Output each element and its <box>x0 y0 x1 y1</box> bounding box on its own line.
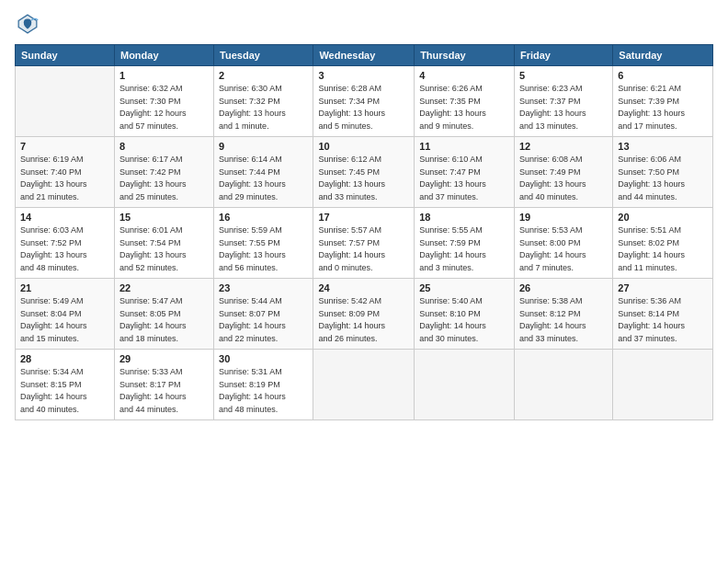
day-info: Sunrise: 5:47 AM Sunset: 8:05 PM Dayligh… <box>119 295 209 345</box>
day-info: Sunrise: 6:26 AM Sunset: 7:35 PM Dayligh… <box>419 83 509 132</box>
day-number: 17 <box>318 212 409 223</box>
day-number: 27 <box>618 282 708 293</box>
day-info: Sunrise: 6:19 AM Sunset: 7:40 PM Dayligh… <box>20 154 109 203</box>
calendar-week-5: 28Sunrise: 5:34 AM Sunset: 8:15 PM Dayli… <box>16 350 713 420</box>
calendar-cell: 25Sunrise: 5:40 AM Sunset: 8:10 PM Dayli… <box>415 279 515 350</box>
calendar-cell: 28Sunrise: 5:34 AM Sunset: 8:15 PM Dayli… <box>16 350 115 420</box>
day-number: 7 <box>20 141 109 152</box>
day-number: 10 <box>318 141 409 152</box>
calendar-cell: 4Sunrise: 6:26 AM Sunset: 7:35 PM Daylig… <box>415 66 515 137</box>
day-number: 12 <box>519 141 608 152</box>
day-info: Sunrise: 6:28 AM Sunset: 7:34 PM Dayligh… <box>318 83 409 132</box>
day-number: 11 <box>419 141 509 152</box>
day-info: Sunrise: 5:31 AM Sunset: 8:19 PM Dayligh… <box>219 366 308 416</box>
day-info: Sunrise: 6:03 AM Sunset: 7:52 PM Dayligh… <box>20 224 109 274</box>
day-info: Sunrise: 6:17 AM Sunset: 7:42 PM Dayligh… <box>119 154 209 203</box>
day-number: 23 <box>219 282 308 293</box>
day-info: Sunrise: 5:55 AM Sunset: 7:59 PM Dayligh… <box>419 224 509 274</box>
calendar-cell: 15Sunrise: 6:01 AM Sunset: 7:54 PM Dayli… <box>114 208 213 279</box>
day-number: 19 <box>519 212 608 223</box>
calendar-cell: 8Sunrise: 6:17 AM Sunset: 7:42 PM Daylig… <box>114 137 213 208</box>
day-number: 15 <box>119 212 209 223</box>
day-number: 13 <box>618 141 708 152</box>
day-info: Sunrise: 6:30 AM Sunset: 7:32 PM Dayligh… <box>219 83 308 132</box>
day-info: Sunrise: 5:36 AM Sunset: 8:14 PM Dayligh… <box>618 295 708 345</box>
day-info: Sunrise: 5:34 AM Sunset: 8:15 PM Dayligh… <box>20 366 109 416</box>
calendar-cell: 12Sunrise: 6:08 AM Sunset: 7:49 PM Dayli… <box>514 137 612 208</box>
calendar-week-1: 1Sunrise: 6:32 AM Sunset: 7:30 PM Daylig… <box>16 66 713 137</box>
day-info: Sunrise: 6:21 AM Sunset: 7:39 PM Dayligh… <box>618 83 708 132</box>
calendar-cell: 13Sunrise: 6:06 AM Sunset: 7:50 PM Dayli… <box>613 137 713 208</box>
day-number: 6 <box>618 70 708 81</box>
day-info: Sunrise: 6:32 AM Sunset: 7:30 PM Dayligh… <box>119 83 209 132</box>
day-number: 25 <box>419 282 509 293</box>
calendar-cell: 17Sunrise: 5:57 AM Sunset: 7:57 PM Dayli… <box>313 208 415 279</box>
day-info: Sunrise: 6:06 AM Sunset: 7:50 PM Dayligh… <box>618 154 708 203</box>
day-number: 3 <box>318 70 409 81</box>
day-number: 5 <box>519 70 608 81</box>
day-info: Sunrise: 6:08 AM Sunset: 7:49 PM Dayligh… <box>519 154 608 203</box>
day-info: Sunrise: 6:10 AM Sunset: 7:47 PM Dayligh… <box>419 154 509 203</box>
day-number: 28 <box>20 353 109 364</box>
day-header-monday: Monday <box>114 45 213 66</box>
calendar-cell: 24Sunrise: 5:42 AM Sunset: 8:09 PM Dayli… <box>313 279 415 350</box>
calendar-cell: 5Sunrise: 6:23 AM Sunset: 7:37 PM Daylig… <box>514 66 612 137</box>
calendar-cell <box>415 350 515 420</box>
calendar-cell: 21Sunrise: 5:49 AM Sunset: 8:04 PM Dayli… <box>16 279 115 350</box>
day-info: Sunrise: 5:53 AM Sunset: 8:00 PM Dayligh… <box>519 224 608 274</box>
calendar-cell: 11Sunrise: 6:10 AM Sunset: 7:47 PM Dayli… <box>415 137 515 208</box>
calendar-cell: 19Sunrise: 5:53 AM Sunset: 8:00 PM Dayli… <box>514 208 612 279</box>
calendar-cell <box>613 350 713 420</box>
day-number: 14 <box>20 212 109 223</box>
day-info: Sunrise: 5:49 AM Sunset: 8:04 PM Dayligh… <box>20 295 109 345</box>
calendar-cell <box>16 66 115 137</box>
day-header-thursday: Thursday <box>415 45 515 66</box>
calendar-week-2: 7Sunrise: 6:19 AM Sunset: 7:40 PM Daylig… <box>16 137 713 208</box>
day-info: Sunrise: 6:12 AM Sunset: 7:45 PM Dayligh… <box>318 154 409 203</box>
calendar-cell: 23Sunrise: 5:44 AM Sunset: 8:07 PM Dayli… <box>214 279 313 350</box>
day-info: Sunrise: 6:23 AM Sunset: 7:37 PM Dayligh… <box>519 83 608 132</box>
day-number: 8 <box>119 141 209 152</box>
day-info: Sunrise: 5:38 AM Sunset: 8:12 PM Dayligh… <box>519 295 608 345</box>
calendar-week-4: 21Sunrise: 5:49 AM Sunset: 8:04 PM Dayli… <box>16 279 713 350</box>
page-container: SundayMondayTuesdayWednesdayThursdayFrid… <box>0 0 728 431</box>
day-info: Sunrise: 5:42 AM Sunset: 8:09 PM Dayligh… <box>318 295 409 345</box>
day-number: 2 <box>219 70 308 81</box>
day-number: 4 <box>419 70 509 81</box>
day-header-friday: Friday <box>514 45 612 66</box>
header <box>15 11 713 37</box>
calendar-cell <box>313 350 415 420</box>
day-info: Sunrise: 5:40 AM Sunset: 8:10 PM Dayligh… <box>419 295 509 345</box>
day-number: 24 <box>318 282 409 293</box>
day-info: Sunrise: 5:57 AM Sunset: 7:57 PM Dayligh… <box>318 224 409 274</box>
day-number: 22 <box>119 282 209 293</box>
logo-icon <box>15 11 40 37</box>
calendar-cell: 29Sunrise: 5:33 AM Sunset: 8:17 PM Dayli… <box>114 350 213 420</box>
calendar-cell: 14Sunrise: 6:03 AM Sunset: 7:52 PM Dayli… <box>16 208 115 279</box>
day-number: 9 <box>219 141 308 152</box>
calendar-cell: 18Sunrise: 5:55 AM Sunset: 7:59 PM Dayli… <box>415 208 515 279</box>
calendar-week-3: 14Sunrise: 6:03 AM Sunset: 7:52 PM Dayli… <box>16 208 713 279</box>
calendar-header-row: SundayMondayTuesdayWednesdayThursdayFrid… <box>16 45 713 66</box>
day-number: 29 <box>119 353 209 364</box>
day-header-tuesday: Tuesday <box>214 45 313 66</box>
logo <box>15 11 44 37</box>
calendar-cell: 7Sunrise: 6:19 AM Sunset: 7:40 PM Daylig… <box>16 137 115 208</box>
day-number: 18 <box>419 212 509 223</box>
day-number: 1 <box>119 70 209 81</box>
calendar-cell: 27Sunrise: 5:36 AM Sunset: 8:14 PM Dayli… <box>613 279 713 350</box>
calendar-cell: 9Sunrise: 6:14 AM Sunset: 7:44 PM Daylig… <box>214 137 313 208</box>
calendar-cell: 1Sunrise: 6:32 AM Sunset: 7:30 PM Daylig… <box>114 66 213 137</box>
calendar-cell: 30Sunrise: 5:31 AM Sunset: 8:19 PM Dayli… <box>214 350 313 420</box>
calendar-table: SundayMondayTuesdayWednesdayThursdayFrid… <box>15 44 713 420</box>
day-info: Sunrise: 5:59 AM Sunset: 7:55 PM Dayligh… <box>219 224 308 274</box>
day-info: Sunrise: 5:51 AM Sunset: 8:02 PM Dayligh… <box>618 224 708 274</box>
calendar-cell: 6Sunrise: 6:21 AM Sunset: 7:39 PM Daylig… <box>613 66 713 137</box>
day-header-sunday: Sunday <box>16 45 115 66</box>
day-number: 21 <box>20 282 109 293</box>
day-info: Sunrise: 6:14 AM Sunset: 7:44 PM Dayligh… <box>219 154 308 203</box>
calendar-cell: 10Sunrise: 6:12 AM Sunset: 7:45 PM Dayli… <box>313 137 415 208</box>
day-info: Sunrise: 5:44 AM Sunset: 8:07 PM Dayligh… <box>219 295 308 345</box>
day-number: 26 <box>519 282 608 293</box>
day-info: Sunrise: 6:01 AM Sunset: 7:54 PM Dayligh… <box>119 224 209 274</box>
